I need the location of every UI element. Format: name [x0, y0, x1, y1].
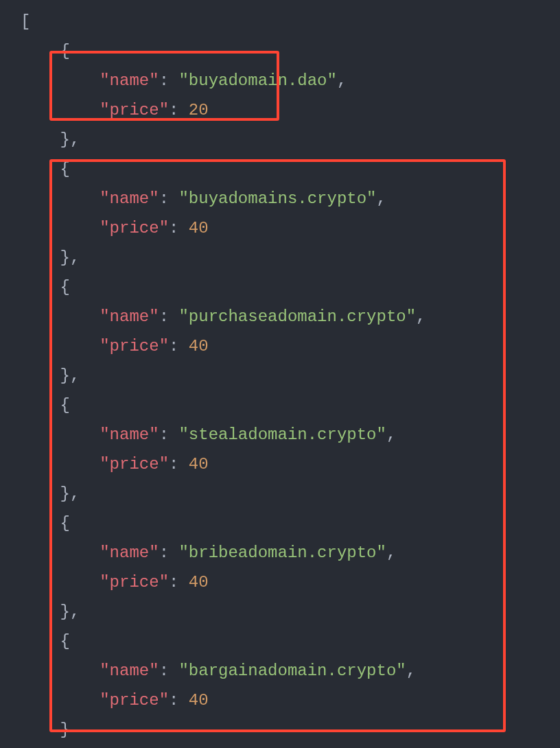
json-code-block: [ { "name": "buyadomain.dao", "price": 2… [0, 0, 560, 748]
